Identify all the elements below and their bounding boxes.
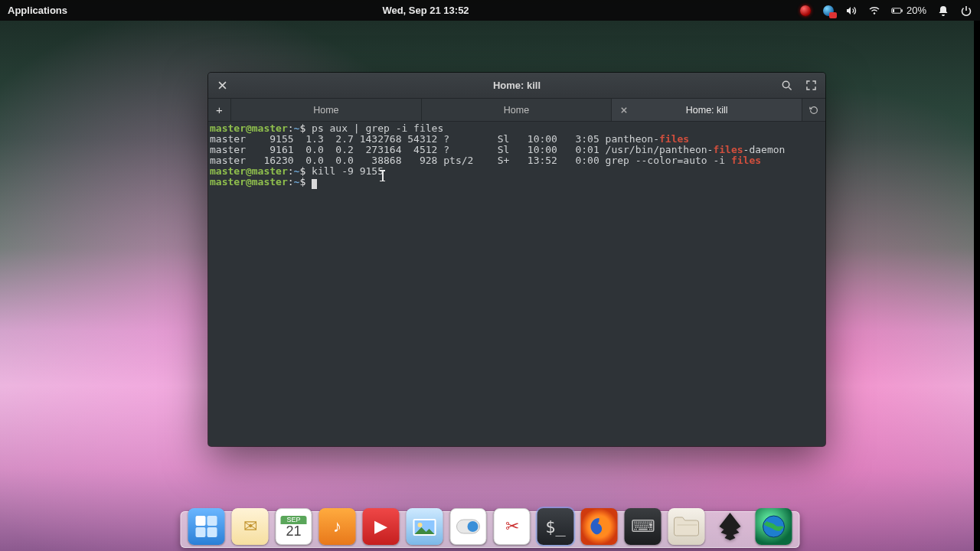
- dock-music[interactable]: ♪: [319, 508, 356, 545]
- svg-rect-5: [196, 516, 206, 526]
- dock-switchboard[interactable]: [450, 508, 487, 545]
- dock-browser[interactable]: [756, 508, 792, 545]
- system-tray: 20%: [799, 5, 972, 17]
- notifications-icon[interactable]: [937, 5, 949, 17]
- dock-workspace-switcher[interactable]: [188, 508, 225, 545]
- text-cursor-ibeam-icon: [382, 170, 384, 181]
- dock-mail[interactable]: ✉: [232, 508, 269, 545]
- dock-calendar[interactable]: SEP21: [276, 508, 312, 545]
- svg-point-13: [468, 521, 479, 532]
- maximize-icon[interactable]: [802, 77, 819, 94]
- tab-label: Home: kill: [686, 105, 728, 116]
- terminal-tab-0[interactable]: Home: [231, 99, 422, 121]
- panel-clock[interactable]: Wed, Sep 21 13:52: [382, 5, 469, 16]
- terminal-viewport[interactable]: master@master:~$ ps aux | grep -i files …: [208, 122, 825, 446]
- terminal-tab-1[interactable]: Home: [422, 99, 612, 121]
- svg-rect-2: [901, 9, 903, 11]
- svg-rect-8: [207, 527, 217, 537]
- battery-percent: 20%: [906, 5, 926, 16]
- dock-keyboard[interactable]: ⌨: [625, 508, 662, 545]
- svg-point-0: [874, 12, 875, 14]
- dock-inkscape[interactable]: [712, 508, 749, 545]
- window-titlebar[interactable]: Home: kill: [208, 73, 825, 99]
- dock-videos[interactable]: ▶: [363, 508, 400, 545]
- battery-indicator[interactable]: 20%: [891, 5, 926, 17]
- window-title: Home: kill: [208, 80, 825, 91]
- svg-rect-6: [207, 516, 217, 526]
- dock-firefox[interactable]: [581, 508, 618, 545]
- record-indicator-icon[interactable]: [799, 5, 812, 17]
- right-letterbox: [974, 21, 980, 551]
- terminal-tab-2[interactable]: Home: kill: [612, 99, 802, 121]
- terminal-tabbar: + Home Home Home: kill: [208, 99, 825, 122]
- dock: ✉ SEP21 ♪ ▶ ✂ $_ ⌨: [181, 504, 800, 548]
- svg-rect-3: [893, 9, 894, 12]
- tab-label: Home: [504, 105, 529, 116]
- tab-history-icon[interactable]: [802, 99, 825, 121]
- dock-files[interactable]: [668, 508, 705, 545]
- wifi-icon[interactable]: [868, 5, 880, 17]
- new-tab-button[interactable]: +: [208, 99, 231, 121]
- update-indicator-icon[interactable]: [822, 5, 835, 17]
- tab-label: Home: [313, 105, 338, 116]
- top-panel: Applications Wed, Sep 21 13:52 20%: [0, 0, 980, 21]
- tab-close-icon[interactable]: [618, 104, 630, 116]
- terminal-window: Home: kill + Home Home Home: kill: [208, 73, 825, 446]
- dock-photos[interactable]: [407, 508, 443, 545]
- search-icon[interactable]: [778, 77, 795, 94]
- power-icon[interactable]: [960, 5, 972, 17]
- svg-rect-7: [196, 527, 206, 537]
- dock-screenshot[interactable]: ✂: [494, 508, 531, 545]
- svg-point-4: [782, 81, 789, 87]
- applications-menu[interactable]: Applications: [8, 5, 67, 16]
- volume-icon[interactable]: [845, 5, 858, 17]
- dock-terminal[interactable]: $_: [537, 508, 574, 545]
- svg-point-11: [418, 523, 423, 527]
- window-close-button[interactable]: [213, 77, 231, 95]
